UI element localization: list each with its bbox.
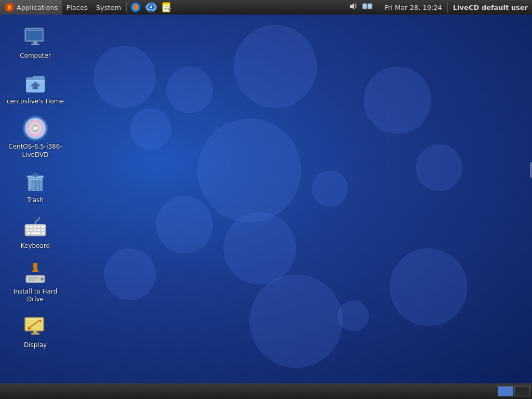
keyboard-icon[interactable]: Keyboard	[4, 212, 66, 254]
text-editor-launcher[interactable]	[161, 2, 172, 13]
svg-rect-74	[31, 333, 39, 335]
desktop-icons-container: Computer centoslive's Home	[0, 15, 83, 360]
bokeh-12	[416, 144, 462, 191]
bokeh-13	[390, 248, 468, 326]
display-icon[interactable]: Display	[4, 311, 66, 353]
svg-point-61	[41, 277, 44, 281]
dvd-icon[interactable]: CD ROM CentOS-6.5-i386-LiveDVD	[4, 113, 66, 162]
bokeh-4	[130, 108, 171, 150]
bokeh-5	[197, 118, 301, 222]
bokeh-10	[312, 170, 348, 207]
applications-menu[interactable]: Applications	[0, 0, 62, 15]
user-display: LiveCD default user	[453, 4, 528, 11]
bokeh-8	[104, 248, 156, 300]
workspace-2[interactable]	[514, 386, 530, 396]
panel-separator-2	[379, 2, 379, 12]
svg-rect-49	[34, 226, 36, 228]
svg-rect-9	[163, 3, 170, 5]
bokeh-14	[338, 300, 369, 331]
firefox-icon	[130, 2, 141, 13]
svg-rect-43	[33, 174, 37, 177]
svg-rect-63	[28, 280, 35, 281]
text-editor-icon	[161, 2, 172, 13]
svg-rect-21	[26, 29, 43, 41]
svg-text:ROM: ROM	[34, 130, 37, 131]
computer-icon[interactable]: Computer	[4, 22, 66, 63]
browser-launcher-2[interactable]	[145, 2, 157, 13]
svg-rect-51	[41, 226, 45, 228]
svg-rect-44	[29, 179, 32, 189]
svg-rect-23	[31, 44, 39, 45]
desktop: Computer centoslive's Home	[0, 15, 532, 383]
svg-rect-22	[33, 42, 37, 44]
computer-icon-image	[23, 25, 48, 50]
bokeh-9	[249, 274, 343, 368]
svg-rect-15	[363, 4, 367, 9]
places-label: Places	[66, 4, 87, 11]
trash-icon[interactable]: Trash	[4, 166, 66, 208]
svg-rect-62	[28, 277, 38, 278]
workspace-1[interactable]	[498, 386, 513, 396]
svg-rect-52	[26, 229, 29, 231]
svg-point-1	[8, 6, 11, 9]
home-label: centoslive's Home	[7, 98, 64, 106]
scroll-indicator	[530, 162, 532, 178]
bottom-panel	[0, 383, 532, 399]
bokeh-2	[166, 66, 213, 113]
svg-point-7	[150, 6, 152, 8]
dvd-label: CentOS-6.5-i386-LiveDVD	[6, 143, 64, 159]
keyboard-label: Keyboard	[21, 242, 50, 250]
seamonkey-icon	[145, 2, 157, 13]
svg-rect-53	[30, 229, 33, 231]
network-icon	[362, 2, 374, 11]
volume-icon	[349, 2, 358, 11]
svg-text:CD: CD	[34, 125, 37, 127]
panel-right: Fri Mar 28, 19:24 LiveCD default user	[349, 2, 532, 13]
svg-rect-24	[26, 30, 42, 31]
svg-rect-16	[368, 4, 372, 9]
bokeh-6	[156, 196, 213, 254]
workspace-switcher	[498, 386, 530, 396]
svg-rect-50	[37, 226, 40, 228]
system-label: System	[96, 4, 121, 11]
keyboard-icon-image	[23, 215, 48, 240]
svg-rect-47	[26, 226, 29, 228]
trash-label: Trash	[27, 196, 44, 205]
trash-icon-image	[23, 169, 48, 194]
bokeh-7	[223, 212, 296, 285]
bokeh-1	[94, 46, 156, 108]
svg-rect-57	[26, 232, 30, 234]
dvd-icon-image: CD ROM	[23, 116, 48, 141]
svg-marker-14	[350, 3, 354, 10]
clock-display: Fri Mar 28, 19:24	[384, 4, 442, 11]
panel-left: Applications Places System	[0, 0, 349, 15]
svg-rect-65	[33, 263, 37, 268]
top-panel: Applications Places System	[0, 0, 532, 15]
network-control[interactable]	[362, 2, 374, 13]
svg-rect-48	[30, 226, 33, 228]
display-label: Display	[24, 341, 47, 350]
applications-icon	[4, 2, 15, 12]
svg-rect-56	[41, 229, 45, 231]
svg-rect-55	[37, 229, 40, 231]
install-icon[interactable]: Install to Hard Drive	[4, 258, 66, 307]
home-icon[interactable]: centoslive's Home	[4, 68, 66, 109]
install-icon-image	[23, 261, 48, 286]
svg-rect-58	[31, 232, 41, 234]
bokeh-11	[364, 66, 431, 134]
install-label: Install to Hard Drive	[6, 288, 64, 304]
volume-control[interactable]	[349, 2, 358, 13]
firefox-launcher[interactable]	[130, 2, 141, 13]
panel-separator-1	[126, 2, 127, 12]
computer-label: Computer	[20, 52, 51, 60]
svg-rect-75	[26, 319, 42, 320]
svg-rect-59	[42, 232, 45, 234]
home-icon-image	[23, 71, 48, 96]
bokeh-3	[234, 25, 317, 108]
panel-separator-3	[447, 2, 448, 12]
system-menu[interactable]: System	[92, 0, 125, 15]
svg-rect-26	[34, 86, 37, 89]
applications-label: Applications	[17, 4, 58, 11]
svg-rect-73	[33, 331, 37, 333]
places-menu[interactable]: Places	[62, 0, 91, 15]
